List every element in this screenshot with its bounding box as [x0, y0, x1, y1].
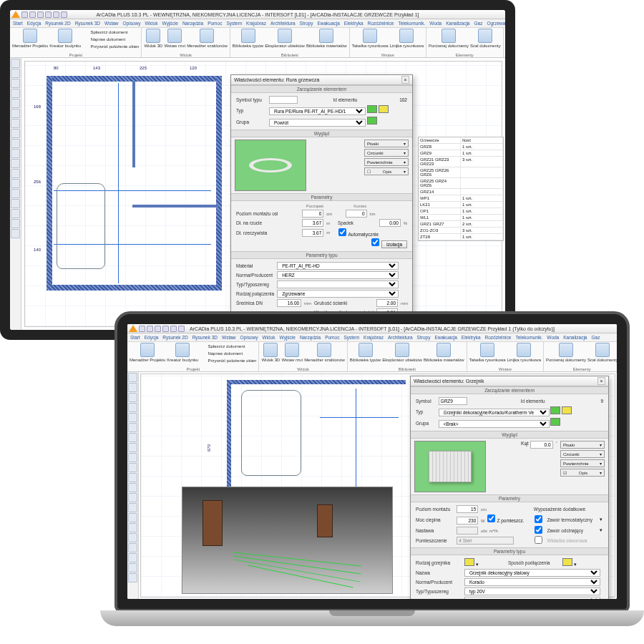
tool-icon[interactable]: [11, 229, 20, 238]
qat-new-icon[interactable]: [21, 11, 28, 18]
menu-wstaw[interactable]: Wstaw: [104, 19, 119, 27]
menu-woda[interactable]: Woda: [429, 19, 441, 27]
plan-length-input[interactable]: [302, 219, 323, 227]
room-input[interactable]: [457, 537, 514, 545]
menu-krajobraz[interactable]: Krajobraz: [246, 19, 266, 27]
tool-icon[interactable]: [11, 129, 20, 138]
qat-undo-icon[interactable]: [45, 11, 52, 18]
symbol-input[interactable]: [269, 96, 298, 104]
setting-input[interactable]: [457, 527, 478, 535]
radiator-type-button[interactable]: [464, 558, 474, 566]
ribbon-btn-porownaj[interactable]: Porównaj dokumenty: [429, 29, 469, 49]
dialog-radiator-properties[interactable]: Właściwości elementu: Grzejnik × Zarządz…: [410, 376, 609, 599]
tool-icon[interactable]: [11, 169, 20, 178]
tool-icon[interactable]: [11, 109, 20, 118]
name-select[interactable]: Grzejnik dekoracyjny stalowy: [464, 569, 600, 577]
menu-tele[interactable]: Telekomunik.: [398, 19, 425, 27]
fonts-button[interactable]: Czcionki▾: [364, 149, 409, 157]
qat-icon[interactable]: [139, 326, 145, 332]
connection-mode-button[interactable]: [562, 558, 572, 566]
slope-input[interactable]: [379, 219, 401, 227]
menu-stropy[interactable]: Stropy: [300, 19, 313, 27]
menu-opisowy[interactable]: Opisowy: [123, 19, 141, 27]
group-select[interactable]: <Brak>: [439, 420, 550, 428]
menu-rozd[interactable]: Rozdzielnice: [368, 19, 394, 27]
close-icon[interactable]: ×: [401, 76, 409, 84]
menu-bar[interactable]: Start Edycja Rysunek 2D Rysunek 3D Wstaw…: [10, 19, 505, 28]
qat-icon[interactable]: [155, 326, 161, 332]
ribbon-btn-widok3d[interactable]: Widok 3D: [144, 29, 162, 49]
qat-open-icon[interactable]: [29, 11, 36, 18]
connection-select[interactable]: Zgrzewane: [277, 290, 399, 298]
tool-icon[interactable]: [11, 159, 20, 168]
tool-icon[interactable]: [11, 209, 20, 218]
ribbon-btn-ekslorator[interactable]: Eksplorator obiektów: [265, 29, 305, 49]
valve-insert-checkbox[interactable]: [534, 536, 543, 544]
menu-widok[interactable]: Widok: [145, 19, 158, 27]
mount-level-input[interactable]: [457, 505, 478, 513]
pens-button[interactable]: Pisaki▾: [364, 140, 409, 147]
ribbon-btn-napraw[interactable]: Napraw dokument: [82, 36, 139, 42]
tool-icon[interactable]: [11, 189, 20, 198]
qat-icon[interactable]: [147, 326, 153, 332]
type-select[interactable]: Rura PE/Rura PE-RT_Al_PE-HD/1: [269, 107, 366, 115]
pens-button[interactable]: Pisaki▾: [560, 441, 605, 449]
menu-kanal[interactable]: Kanalizacja: [446, 19, 469, 27]
connection-type-select[interactable]: Gwint GZ: [464, 597, 600, 599]
series-select[interactable]: [277, 280, 399, 288]
menu-ewak[interactable]: Ewakuacja: [317, 19, 339, 27]
qat-icon[interactable]: [162, 326, 169, 332]
edit-type-button[interactable]: [562, 406, 572, 414]
ribbon-btn-tabelka[interactable]: Tabelka rysunkowa: [352, 29, 389, 49]
from-room-checkbox[interactable]: [487, 514, 496, 522]
menu-gaz[interactable]: Gaz: [474, 19, 482, 27]
left-toolbar[interactable]: [127, 372, 139, 599]
menu-narzedzia[interactable]: Narzędzia: [182, 19, 203, 27]
tool-icon[interactable]: [11, 139, 20, 148]
tool-icon[interactable]: [11, 69, 20, 78]
ribbon-btn-linijka[interactable]: Linijka rysunkowa: [390, 29, 424, 49]
manufacturer-select[interactable]: Korado: [464, 578, 600, 586]
menu-elek[interactable]: Elektryka: [344, 19, 364, 27]
real-length-input[interactable]: [302, 229, 323, 237]
qat-print-icon[interactable]: [61, 11, 67, 18]
ribbon-btn-bib-typow[interactable]: Biblioteka typów: [233, 29, 263, 49]
thermo-valve-checkbox[interactable]: [534, 515, 543, 523]
ribbon-btn-wstaw-rzut[interactable]: Wstaw rzut: [164, 29, 185, 49]
tool-icon[interactable]: [11, 99, 20, 108]
menu-rys2d[interactable]: Rysunek 2D: [45, 19, 70, 27]
shutoff-valve-checkbox[interactable]: [534, 526, 543, 534]
description-toggle[interactable]: ☑Opis▾: [560, 469, 605, 477]
add-type-button[interactable]: [367, 105, 377, 113]
close-icon[interactable]: ×: [597, 377, 605, 385]
qat-icon[interactable]: [170, 326, 177, 332]
qat-icon[interactable]: [178, 326, 185, 332]
heat-power-input[interactable]: [457, 517, 478, 525]
quick-access-toolbar[interactable]: [21, 11, 67, 19]
menu-rys3d[interactable]: Rysunek 3D: [75, 19, 100, 27]
menu-start[interactable]: Start: [13, 19, 23, 27]
qat-save-icon[interactable]: [37, 11, 44, 18]
tool-icon[interactable]: [11, 149, 20, 158]
add-type-button[interactable]: [550, 406, 560, 414]
menu-system[interactable]: System: [226, 19, 242, 27]
ribbon-btn-menadzer-projektu[interactable]: Menadżer Projektu: [12, 29, 48, 49]
tool-icon[interactable]: [11, 179, 20, 188]
ribbon-btn-przywroc[interactable]: Przywróć położenie okien: [82, 43, 139, 49]
surfaces-button[interactable]: Powierzchnie▾: [560, 459, 605, 467]
series-select[interactable]: typ 20V: [464, 587, 600, 595]
tool-icon[interactable]: [11, 79, 20, 88]
ribbon-btn-szablony[interactable]: Menadżer szablonów: [187, 29, 228, 49]
ribbon-btn-bib-mat[interactable]: Biblioteka materiałów: [306, 29, 347, 49]
qat-redo-icon[interactable]: [53, 11, 59, 18]
add-group-button[interactable]: [367, 117, 377, 125]
insulation-button[interactable]: Izolacja: [381, 240, 407, 248]
tool-icon[interactable]: [11, 119, 20, 128]
menu-ogrz[interactable]: Ogrzewanie: [487, 19, 505, 27]
tool-icon[interactable]: [11, 219, 20, 228]
fonts-button[interactable]: Czcionki▾: [560, 450, 605, 458]
menu-bar[interactable]: StartEdycja Rysunek 2DRysunek 3D WstawOp…: [127, 333, 617, 342]
menu-arch[interactable]: Architektura: [270, 19, 296, 27]
ribbon-btn-kreator[interactable]: Kreator budynku: [49, 29, 81, 49]
tool-icon[interactable]: [11, 199, 20, 208]
